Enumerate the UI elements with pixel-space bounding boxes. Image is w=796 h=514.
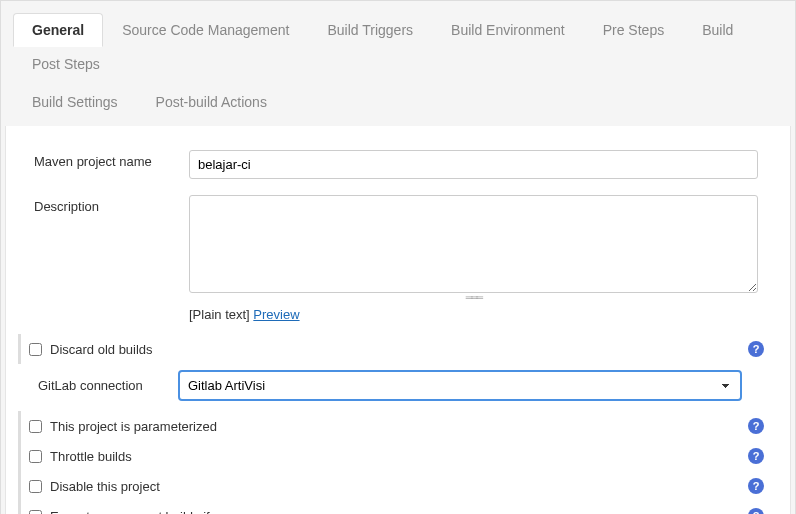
plaintext-label: [Plain text]	[189, 307, 250, 322]
help-icon[interactable]: ?	[748, 418, 764, 434]
help-icon[interactable]: ?	[748, 478, 764, 494]
parameterized-checkbox[interactable]	[29, 420, 42, 433]
description-textarea[interactable]	[189, 195, 758, 293]
preview-link[interactable]: Preview	[253, 307, 299, 322]
concurrent-label: Execute concurrent builds if necessary	[50, 509, 748, 515]
tab-build-environment[interactable]: Build Environment	[432, 13, 584, 47]
help-icon[interactable]: ?	[748, 508, 764, 514]
tab-build[interactable]: Build	[683, 13, 752, 47]
help-icon[interactable]: ?	[748, 341, 764, 357]
project-name-input[interactable]	[189, 150, 758, 179]
parameterized-label: This project is parameterized	[50, 419, 748, 434]
disable-checkbox[interactable]	[29, 480, 42, 493]
project-name-label: Maven project name	[34, 150, 189, 169]
tab-pre-steps[interactable]: Pre Steps	[584, 13, 683, 47]
tab-post-steps[interactable]: Post Steps	[13, 47, 119, 81]
throttle-label: Throttle builds	[50, 449, 748, 464]
tab-post-build-actions[interactable]: Post-build Actions	[137, 85, 286, 119]
disable-label: Disable this project	[50, 479, 748, 494]
tab-build-settings[interactable]: Build Settings	[13, 85, 137, 119]
throttle-checkbox[interactable]	[29, 450, 42, 463]
description-label: Description	[34, 195, 189, 214]
tab-scm[interactable]: Source Code Management	[103, 13, 308, 47]
gitlab-connection-label: GitLab connection	[38, 378, 178, 393]
discard-old-builds-checkbox[interactable]	[29, 343, 42, 356]
gitlab-connection-select[interactable]: Gitlab ArtiVisi	[178, 370, 742, 401]
discard-old-builds-label: Discard old builds	[50, 342, 748, 357]
resize-handle-icon[interactable]: ═══	[189, 292, 758, 303]
help-icon[interactable]: ?	[748, 448, 764, 464]
tab-build-triggers[interactable]: Build Triggers	[308, 13, 432, 47]
tab-general[interactable]: General	[13, 13, 103, 47]
concurrent-checkbox[interactable]	[29, 510, 42, 515]
